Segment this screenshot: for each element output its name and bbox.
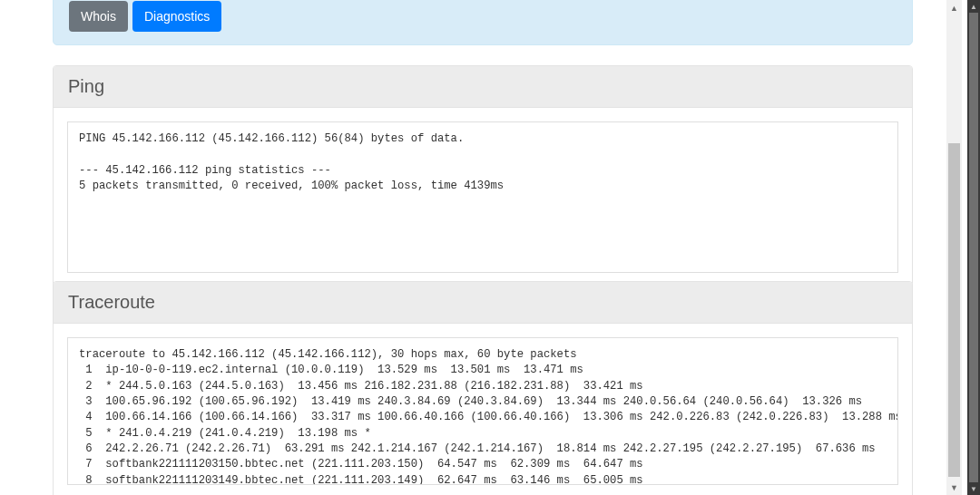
traceroute-output[interactable]: traceroute to 45.142.166.112 (45.142.166…	[67, 337, 898, 485]
button-row: Whois Diagnostics	[69, 1, 897, 32]
page-content: Whois Diagnostics Ping PING 45.142.166.1…	[0, 0, 962, 495]
page-scrollbar-thumb[interactable]	[948, 143, 960, 477]
scroll-down-icon[interactable]: ▼	[946, 480, 962, 495]
scroll-up-icon[interactable]: ▲	[967, 0, 980, 13]
traceroute-body: traceroute to 45.142.166.112 (45.142.166…	[54, 324, 912, 495]
action-panel: Whois Diagnostics	[53, 0, 913, 45]
diagnostics-button[interactable]: Diagnostics	[132, 1, 221, 32]
ping-panel: Ping PING 45.142.166.112 (45.142.166.112…	[53, 65, 913, 287]
traceroute-heading: Traceroute	[54, 282, 912, 324]
viewport: Whois Diagnostics Ping PING 45.142.166.1…	[0, 0, 980, 495]
whois-button[interactable]: Whois	[69, 1, 128, 32]
scroll-up-icon[interactable]: ▲	[946, 0, 962, 15]
ping-body: PING 45.142.166.112 (45.142.166.112) 56(…	[54, 108, 912, 286]
page-scrollbar[interactable]: ▲ ▼	[946, 0, 962, 495]
ping-output[interactable]: PING 45.142.166.112 (45.142.166.112) 56(…	[67, 121, 898, 273]
scroll-down-icon[interactable]: ▼	[967, 482, 980, 495]
ping-heading: Ping	[54, 66, 912, 108]
window-scrollbar-thumb[interactable]	[969, 13, 978, 482]
window-scrollbar[interactable]: ▲ ▼	[967, 0, 980, 495]
traceroute-panel: Traceroute traceroute to 45.142.166.112 …	[53, 281, 913, 495]
